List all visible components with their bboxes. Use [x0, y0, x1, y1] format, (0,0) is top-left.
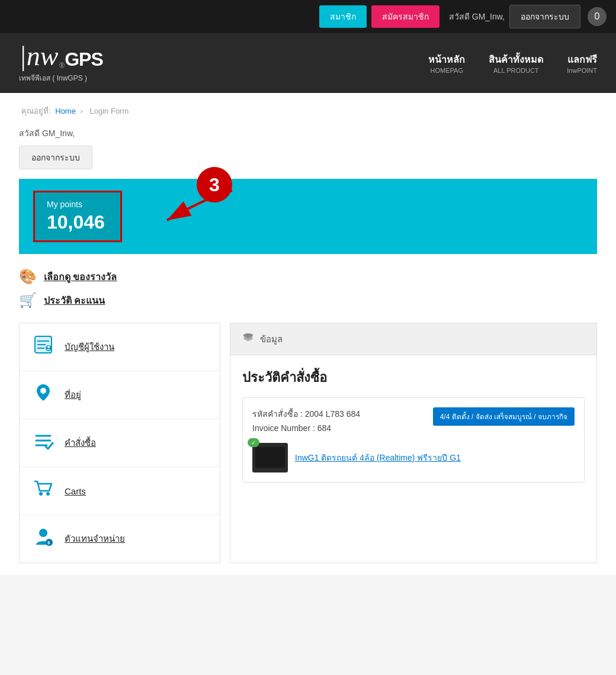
cart-count-icon[interactable]: 0 [588, 7, 607, 26]
logo-gps-text: GPS [65, 49, 103, 70]
product-name[interactable]: InwG1 ติดรถยนต์ 4ล้อ (Realtime) ฟรีรายปี… [295, 451, 461, 464]
panel-body: ประวัติคำสั่งซื้อ รหัสคำสั่งซื้อ : 2004 … [230, 355, 596, 504]
address-label: ที่อยู่ [65, 388, 81, 402]
nav-redeem-label: แลกฟรี [567, 52, 597, 67]
panel-header-icon [242, 332, 254, 346]
carts-label: Carts [65, 486, 86, 496]
history-link[interactable]: ประวัติ คะแนน [44, 293, 105, 308]
nav-redeem-sub: InwPOINT [567, 67, 597, 74]
greeting-text: สวัสดี GM_Inw, [19, 127, 597, 140]
carts-icon [31, 478, 55, 504]
nav-home[interactable]: หน้าหลัก HOMEPAG [428, 52, 465, 74]
points-label: My points [47, 200, 108, 209]
sidebar-item-carts[interactable]: Carts [20, 467, 220, 515]
account-label: บัญชีผู้ใช้งาน [65, 340, 114, 354]
nav-home-sub: HOMEPAG [431, 67, 463, 74]
breadcrumb-home[interactable]: Home [55, 107, 76, 115]
address-icon [31, 382, 55, 408]
member-button[interactable]: สมัครสมาชิก [371, 5, 439, 28]
links-section: 🎨 เลือกดู ของรางวัล 🛒 ประวัติ คะแนน [19, 268, 597, 308]
sidebar-item-orders[interactable]: คำสั่งซื้อ [20, 419, 220, 467]
order-card: รหัสคำสั่งซื้อ : 2004 L783 684 Invoice N… [242, 397, 585, 483]
breadcrumb-current: Login Form [90, 107, 129, 115]
logo-inw-text: |nw [19, 43, 58, 70]
order-info: รหัสคำสั่งซื้อ : 2004 L783 684 Invoice N… [252, 407, 360, 436]
topbar-logout-button[interactable]: ออกจากระบบ [509, 5, 580, 28]
logo-registered: ® [59, 62, 65, 70]
brand-name: เทพจีพีเอส ( InwGPS ) [19, 72, 103, 83]
logo-gps-wrap: ® GPS [59, 49, 102, 70]
main-logout-button[interactable]: ออกจากระบบ [19, 146, 92, 169]
svg-point-12 [39, 492, 43, 496]
logo-area: |nw ® GPS เทพจีพีเอส ( InwGPS ) [19, 43, 103, 83]
nav-home-label: หน้าหลัก [428, 52, 465, 67]
sidebar-item-address[interactable]: ที่อยู่ [20, 371, 220, 419]
nav-allproduct-label: สินค้าทั้งหมด [489, 52, 543, 67]
breadcrumb: คุณอยู่ที่: Home › Login Form [19, 105, 597, 117]
dealer-label: ตัวแทนจำหน่าย [65, 532, 125, 546]
svg-point-14 [39, 529, 47, 537]
sidebar-item-dealer[interactable]: $ ตัวแทนจำหน่าย [20, 515, 220, 562]
orders-label: คำสั่งซื้อ [65, 436, 96, 450]
main-nav: หน้าหลัก HOMEPAG สินค้าทั้งหมด ALL PRODU… [428, 52, 597, 74]
order-ref: รหัสคำสั่งซื้อ : 2004 L783 684 [252, 407, 360, 422]
sidebar: บัญชีผู้ใช้งาน ที่อยู่ [19, 323, 220, 563]
sidebar-item-account[interactable]: บัญชีผู้ใช้งาน [20, 323, 220, 371]
panel-header-title: ข้อมูล [260, 332, 283, 346]
greeting-section: สวัสดี GM_Inw, ออกจากระบบ [19, 127, 597, 169]
order-top: รหัสคำสั่งซื้อ : 2004 L783 684 Invoice N… [252, 407, 575, 436]
svg-point-13 [46, 492, 50, 496]
product-image [252, 443, 288, 472]
nav-allproduct-sub: ALL PRODUCT [493, 67, 539, 74]
points-section: My points 10,046 [19, 179, 597, 254]
rewards-link[interactable]: เลือกดู ของรางวัล [44, 269, 117, 284]
breadcrumb-separator: › [81, 107, 83, 115]
site-header: |nw ® GPS เทพจีพีเอส ( InwGPS ) หน้าหลัก… [0, 33, 616, 93]
breadcrumb-prefix: คุณอยู่ที่: [21, 107, 51, 115]
svg-text:$: $ [47, 540, 50, 545]
dealer-icon: $ [31, 526, 55, 552]
points-value: 10,046 [47, 211, 108, 233]
order-invoice: Invoice Number : 684 [252, 422, 360, 436]
account-icon [31, 334, 55, 360]
order-product: ✓ InwG1 ติดรถยนต์ 4ล้อ (Realtime) ฟรีราย… [252, 443, 575, 472]
logo-brand: |nw ® GPS [19, 43, 103, 70]
link-row-history[interactable]: 🛒 ประวัติ คะแนน [19, 292, 597, 308]
top-bar: สมาชิก สมัครสมาชิก สวัสดี GM_Inw, ออกจาก… [0, 0, 616, 33]
topbar-greeting: สวัสดี GM_Inw, [449, 10, 505, 23]
main-layout: บัญชีผู้ใช้งาน ที่อยู่ [19, 323, 597, 563]
nav-redeem[interactable]: แลกฟรี InwPOINT [567, 52, 597, 74]
points-box: My points 10,046 [33, 191, 122, 242]
order-status: 4/4 ติดตั้ง / จัดส่ง เสร็จสมบูรณ์ / จบภา… [433, 407, 575, 426]
svg-point-7 [47, 346, 50, 348]
rewards-icon: 🎨 [19, 268, 37, 285]
svg-point-8 [40, 388, 46, 394]
panel-section-title: ประวัติคำสั่งซื้อ [242, 367, 585, 388]
register-button[interactable]: สมาชิก [319, 5, 367, 28]
main-content: คุณอยู่ที่: Home › Login Form สวัสดี GM_… [0, 93, 616, 575]
product-badge: ✓ [248, 438, 259, 447]
panel-header: ข้อมูล [230, 323, 596, 355]
orders-icon [31, 430, 55, 456]
product-img-inner [255, 447, 285, 468]
right-panel: ข้อมูล ประวัติคำสั่งซื้อ รหัสคำสั่งซื้อ … [230, 323, 597, 563]
nav-allproduct[interactable]: สินค้าทั้งหมด ALL PRODUCT [489, 52, 543, 74]
history-icon: 🛒 [19, 292, 37, 308]
link-row-rewards[interactable]: 🎨 เลือกดู ของรางวัล [19, 268, 597, 285]
product-image-wrapper: ✓ [252, 443, 288, 472]
